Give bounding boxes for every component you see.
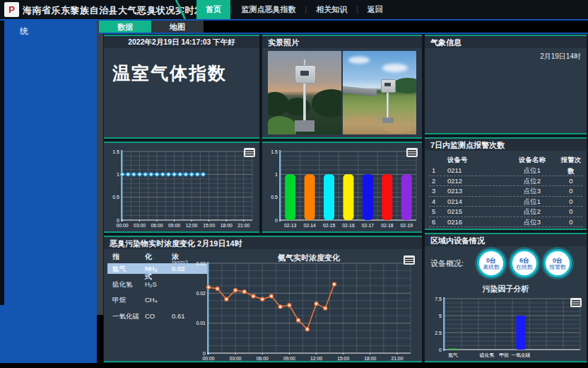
svg-text:0.5: 0.5: [112, 195, 119, 200]
panel-weather-info: 气象信息 2月19日14时: [425, 35, 587, 134]
tab-bar: 数据地图: [99, 21, 204, 33]
svg-text:0.01: 0.01: [196, 321, 206, 326]
panel-region-devices: 区域内设备情况 设备概况: 污染因子分析 02.557.5氨气硫化氢甲烷一氧化碳…: [425, 233, 587, 362]
pollution-factor-chart: 02.557.5氨气硫化氢甲烷一氧化碳: [428, 296, 584, 360]
alarm-row-index: 2: [429, 176, 447, 186]
monitor-screen: [300, 71, 309, 76]
alarm-device-name: 点位1: [504, 197, 560, 207]
svg-text:18:00: 18:00: [364, 356, 376, 361]
nav-item-back[interactable]: 返回: [358, 0, 392, 19]
device-title: 区域内设备情况: [425, 234, 587, 246]
nh3-concentration-chart: 00.010.020.0300:0003:0006:0009:0012:0015…: [186, 258, 419, 365]
svg-text:0.02: 0.02: [196, 291, 206, 296]
photo-trees: [285, 98, 310, 116]
device-count: 0台: [486, 257, 496, 264]
nav-item-home[interactable]: 首页: [196, 0, 230, 19]
monitor-screen: [384, 83, 391, 86]
alarm-col-header: 设备号: [447, 154, 504, 166]
app-title: 海南省乐东黎族自治县大气恶臭状况实时发布系: [23, 4, 223, 17]
panel-greenhouse-index: 2022年2月19日 14:17:03 下午好 温室气体指数: [104, 35, 259, 139]
panel-greenhouse-trend-chart: 00.511.500:0003:0006:0009:0012:0015:0018…: [104, 142, 259, 233]
chart-menu-icon[interactable]: [570, 298, 582, 307]
monitor-base: [295, 120, 314, 132]
photo-cloud: [348, 57, 370, 64]
svg-text:12:00: 12:00: [186, 223, 198, 228]
alarm-count: 0: [560, 176, 582, 186]
svg-text:02-16: 02-16: [342, 223, 355, 228]
pollutant-name: 硫化氢: [112, 279, 133, 289]
photo-dirt: [384, 125, 412, 133]
svg-text:15:00: 15:00: [203, 223, 215, 228]
alarm-device-no: 0212: [447, 176, 504, 186]
device-circle-label: 离线数: [483, 264, 500, 270]
pollutant-formula: H₂S: [145, 279, 157, 289]
analysis-title: 污染因子分析: [425, 284, 587, 294]
svg-text:21:00: 21:00: [391, 356, 403, 361]
scrollbar[interactable]: [97, 21, 103, 315]
nav-item-knowledge[interactable]: 相关知识: [307, 0, 356, 19]
device-circle-label: 报警数: [549, 264, 566, 270]
panel-daily-index-chart: 00.511.502-1302-1402-1502-1602-1702-1802…: [262, 142, 422, 233]
chart-menu-icon[interactable]: [406, 148, 418, 157]
alarm-device-name: 点位2: [504, 207, 560, 217]
photo-dirt: [347, 116, 378, 126]
svg-text:03:00: 03:00: [230, 356, 242, 361]
svg-text:2.5: 2.5: [435, 330, 442, 335]
panel-odor-pollutants: 恶臭污染物实时浓度变化 2月19日14时 指标化学式浓度 mg/m3 氨气NH₃…: [104, 236, 422, 362]
alarm-row-index: 5: [429, 207, 447, 217]
svg-text:12:00: 12:00: [310, 356, 322, 361]
svg-text:硫化氢: 硫化氢: [479, 352, 495, 358]
sidebar: 统: [0, 21, 97, 363]
alarm-table-row: 60216点位30: [429, 217, 582, 228]
pollutant-name: 氨气: [112, 263, 126, 274]
device-circle-alert: 0台报警数: [543, 249, 572, 277]
chart-menu-icon[interactable]: [244, 148, 255, 157]
svg-text:06:00: 06:00: [257, 356, 269, 361]
logo-glyph: P: [8, 5, 15, 14]
alarm-device-no: 0213: [447, 186, 504, 196]
sidebar-edge: [0, 21, 4, 305]
svg-text:02-19: 02-19: [401, 223, 413, 228]
alarm-count: 0: [560, 166, 582, 176]
alarm-count: 0: [560, 197, 582, 207]
alarm-row-index: 6: [429, 217, 447, 227]
svg-text:0: 0: [117, 218, 119, 223]
svg-text:02-13: 02-13: [284, 223, 297, 228]
tab-label: 地图: [170, 22, 185, 33]
svg-text:7.5: 7.5: [435, 297, 442, 301]
alarm-table: 设备号设备名称报警次数10211点位1020212点位2030213点位3040…: [429, 154, 582, 227]
pollutant-name: 甲烷: [112, 294, 126, 305]
alarm-table-row: 30213点位30: [429, 186, 582, 197]
sidebar-label: 统: [20, 25, 28, 38]
alarm-table-row: 40214点位10: [429, 197, 582, 207]
alarm-device-no: 0215: [447, 207, 504, 217]
monitor-base: [382, 117, 394, 123]
alarm-count: 0: [560, 186, 582, 196]
nav-item-odor-index[interactable]: 监测点恶臭指数: [233, 0, 305, 19]
pollutant-value: 0.61: [172, 311, 185, 321]
svg-text:1.5: 1.5: [271, 149, 278, 154]
svg-text:0.5: 0.5: [271, 195, 278, 200]
monitor-pole: [303, 82, 306, 123]
alarm-col-header: 设备名称: [504, 154, 560, 166]
tab-map[interactable]: 地图: [151, 21, 204, 33]
device-overview-label: 设备概况:: [430, 258, 464, 269]
weather-time: 2月19日14时: [540, 52, 581, 62]
svg-text:一氧化碳: 一氧化碳: [511, 352, 530, 358]
svg-text:00:00: 00:00: [202, 356, 214, 361]
svg-text:1.5: 1.5: [112, 149, 119, 154]
svg-text:02-14: 02-14: [303, 223, 316, 228]
monitor-antenna: [304, 59, 305, 65]
chart-menu-icon[interactable]: [404, 255, 415, 265]
alarm-device-name: 点位2: [504, 176, 560, 186]
svg-text:氨气: 氨气: [448, 352, 458, 357]
alarm-col-header: 报警次数: [560, 154, 582, 166]
daily-index-chart: 00.511.502-1302-1402-1502-1602-1702-1802…: [264, 145, 421, 232]
alarm-table-row: 50215点位20: [429, 207, 582, 217]
svg-text:1: 1: [275, 172, 278, 177]
alarm-row-index: 3: [429, 186, 447, 196]
alarm-device-name: 点位1: [504, 166, 560, 176]
panel-site-photos: 实景照片: [262, 35, 422, 139]
device-circle-offline: 0台离线数: [477, 249, 505, 277]
tab-data[interactable]: 数据: [99, 21, 151, 33]
